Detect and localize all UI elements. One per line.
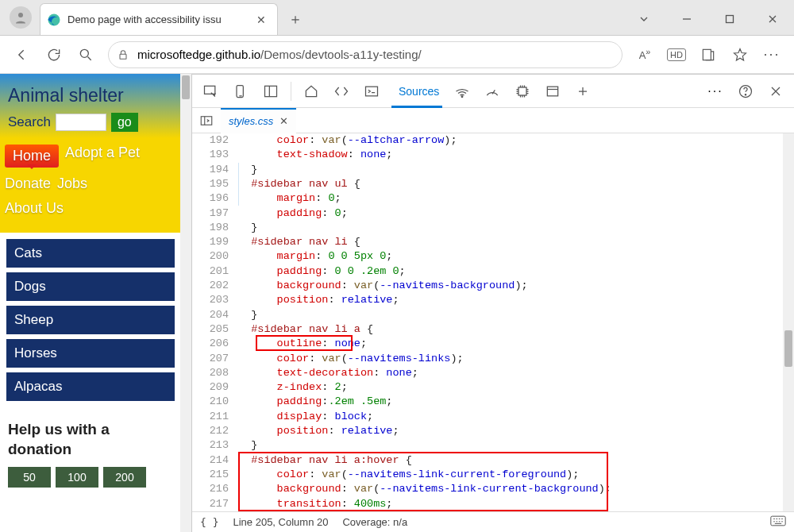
highlight-outline-none — [256, 335, 353, 351]
file-tab-close-icon[interactable]: ✕ — [279, 115, 288, 127]
nav-about[interactable]: About Us — [5, 200, 64, 217]
network-tab-icon[interactable] — [449, 78, 476, 105]
devtools-close-icon[interactable] — [762, 78, 789, 105]
lock-icon — [117, 48, 129, 61]
editor-scrollbar[interactable] — [783, 133, 794, 511]
coverage-status: Coverage: n/a — [342, 516, 407, 528]
search-button[interactable] — [70, 39, 102, 71]
sidebar-nav: Home Adopt a Pet Donate Jobs About Us — [0, 138, 181, 233]
svg-rect-12 — [518, 87, 526, 95]
elements-tab-icon[interactable] — [328, 78, 355, 105]
tab-title: Demo page with accessibility issu — [67, 13, 249, 25]
menu-icon[interactable]: ··· — [759, 42, 784, 67]
highlight-hover-block — [238, 452, 608, 511]
device-toggle-icon[interactable] — [227, 78, 254, 105]
svg-point-11 — [462, 95, 464, 97]
address-text: microsoftedge.github.io/Demos/devtools-a… — [137, 48, 422, 61]
minimize-button[interactable] — [665, 3, 708, 35]
nav-adopt[interactable]: Adopt a Pet — [65, 145, 140, 168]
titlebar: Demo page with accessibility issu ✕ ＋ — [0, 0, 794, 36]
svg-rect-6 — [205, 86, 215, 94]
page-scrollbar[interactable] — [180, 74, 191, 532]
read-aloud-icon[interactable]: A» — [632, 42, 657, 67]
svg-rect-4 — [120, 54, 126, 59]
refresh-button[interactable] — [38, 39, 70, 71]
close-button[interactable] — [751, 3, 794, 35]
nav-jobs[interactable]: Jobs — [57, 175, 87, 192]
svg-point-0 — [18, 13, 23, 17]
sidebar-subnav: Cats Dogs Sheep Horses Alpacas — [0, 233, 181, 412]
memory-tab-icon[interactable] — [509, 78, 536, 105]
svg-rect-8 — [265, 86, 277, 96]
console-tab-icon[interactable] — [358, 78, 385, 105]
profile-icon[interactable] — [10, 6, 32, 29]
new-tab-button[interactable]: ＋ — [283, 6, 308, 32]
devtools-help-icon[interactable] — [732, 78, 759, 105]
sources-tab[interactable]: Sources — [388, 75, 445, 108]
svg-point-15 — [745, 94, 746, 94]
more-tabs-icon[interactable] — [569, 78, 596, 105]
address-bar[interactable]: microsoftedge.github.io/Demos/devtools-a… — [108, 41, 622, 68]
devtools-more-icon[interactable]: ··· — [702, 78, 729, 105]
donate-50[interactable]: 50 — [8, 467, 51, 488]
sources-tab-label: Sources — [399, 85, 439, 98]
tab-close-icon[interactable]: ✕ — [253, 12, 269, 28]
svg-rect-17 — [771, 516, 785, 526]
favorite-icon[interactable] — [727, 42, 753, 67]
svg-rect-2 — [727, 16, 734, 23]
svg-rect-13 — [548, 87, 558, 96]
tab-actions-chevron-icon[interactable] — [622, 3, 665, 35]
devtools: Sources ··· styles.css ✕ 192193194195196… — [192, 74, 794, 532]
edge-icon — [47, 13, 61, 27]
svg-rect-5 — [703, 49, 711, 60]
collections-icon[interactable] — [696, 42, 721, 67]
subnav-dogs[interactable]: Dogs — [6, 272, 175, 301]
devtools-tabbar: Sources ··· — [192, 75, 794, 108]
nav-home[interactable]: Home — [5, 145, 59, 168]
maximize-button[interactable] — [708, 3, 751, 35]
toolbar-right: A» HD ··· — [629, 42, 788, 67]
keyboard-icon[interactable] — [770, 515, 786, 529]
performance-tab-icon[interactable] — [479, 78, 506, 105]
brackets-icon[interactable]: { } — [200, 516, 218, 528]
subnav-sheep[interactable]: Sheep — [6, 306, 175, 334]
cursor-position: Line 205, Column 20 — [233, 516, 328, 528]
navigator-toggle-icon[interactable] — [195, 110, 218, 132]
page-viewport: Animal shelter Search go Home Adopt a Pe… — [0, 74, 192, 532]
search-go-button[interactable]: go — [111, 113, 138, 132]
inspect-icon[interactable] — [197, 78, 224, 105]
welcome-tab-icon[interactable] — [298, 78, 325, 105]
dock-icon[interactable] — [257, 78, 284, 105]
sources-file-bar: styles.css ✕ — [192, 108, 794, 133]
hd-badge[interactable]: HD — [664, 42, 689, 67]
svg-rect-16 — [201, 116, 212, 125]
nav-donate[interactable]: Donate — [5, 175, 51, 192]
svg-rect-9 — [366, 87, 378, 96]
browser-toolbar: microsoftedge.github.io/Demos/devtools-a… — [0, 36, 794, 74]
donate-100[interactable]: 100 — [56, 467, 98, 488]
donation-heading: Help us with a donation — [8, 420, 173, 459]
subnav-cats[interactable]: Cats — [6, 239, 175, 268]
source-editor[interactable]: 1921931941951961971981992002012022032042… — [192, 133, 794, 511]
subnav-horses[interactable]: Horses — [6, 339, 175, 368]
search-input[interactable] — [56, 114, 106, 131]
back-button[interactable] — [6, 39, 38, 71]
page-title: Animal shelter — [8, 85, 173, 106]
search-label: Search — [8, 114, 51, 130]
devtools-status-bar: { } Line 205, Column 20 Coverage: n/a — [192, 511, 794, 532]
window-controls — [622, 3, 794, 35]
subnav-alpacas[interactable]: Alpacas — [6, 372, 175, 401]
donate-200[interactable]: 200 — [103, 467, 146, 488]
file-tab-styles[interactable]: styles.css ✕ — [221, 108, 296, 133]
application-tab-icon[interactable] — [539, 78, 566, 105]
file-tab-label: styles.css — [229, 115, 273, 127]
browser-tab[interactable]: Demo page with accessibility issu ✕ — [40, 3, 278, 35]
svg-point-3 — [80, 49, 88, 57]
